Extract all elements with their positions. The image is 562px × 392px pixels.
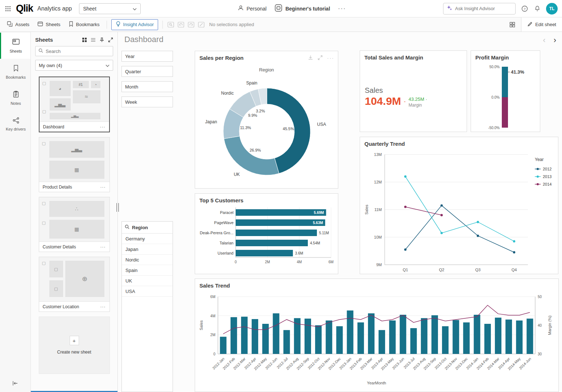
edit-sheet-label: Edit sheet [535,22,556,27]
filter-week[interactable]: Week [121,96,173,107]
step-back-icon[interactable] [176,20,186,30]
more-menu-button[interactable]: ··· [338,5,346,12]
search-icon [38,48,43,54]
sheet-thumbnail: ▢ ▢ ◕ #1 ◔ ≈ ▂▅▃ ▂▅▃ [40,77,109,121]
notifications-bell-icon[interactable] [534,5,541,12]
insight-advisor-input[interactable] [455,6,519,11]
filter-month[interactable]: Month [121,81,173,92]
sheet-tile-customer-details[interactable]: ▢ ▢ ∴ ▦ Customer Details ··· [39,197,110,252]
sheet-icon [37,21,43,28]
sheets-search-input[interactable] [46,49,110,54]
panel-resize-handle[interactable] [116,203,119,212]
personal-menu[interactable]: Personal [238,5,266,12]
pin-icon[interactable] [99,37,104,42]
line-chart[interactable]: 9M10M11M12M13MQ1Q2Q3Q4SalesYear201220132… [360,137,559,275]
insight-advisor-button[interactable]: Insight Advisor [111,19,158,30]
chart-profit-margin[interactable]: Profit Margin 50.0%0.0%-50.0%41.3% [471,50,540,132]
sheet-toolbar: Assets Sheets Bookmarks Insight Advisor … [0,17,562,32]
map-globe-icon: ⊕ [65,261,104,297]
svg-text:Sales: Sales [199,320,203,330]
create-new-sheet-button[interactable]: + Create new sheet [39,317,110,374]
sheet-thumbnail: ▢ ▢ ▢ ⊕ [39,257,109,301]
svg-text:Q2: Q2 [439,268,445,272]
chart-sales-per-region[interactable]: Sales per Region ··· Region 45.5%USA26.9… [195,51,338,189]
app-launcher-icon[interactable] [4,5,12,12]
region-item-spain[interactable]: Spain [122,265,173,276]
next-sheet-icon[interactable]: › [554,36,556,45]
search-icon[interactable] [125,224,129,230]
grid-view-icon[interactable] [82,37,87,42]
gauge-icon: ◔ [91,81,100,88]
combo-chart[interactable]: 02M4M6M3040502012-Jan2012-Feb2012-Mar201… [195,279,559,392]
rail-item-bookmarks[interactable]: Bookmarks [0,59,30,85]
collapse-panel-icon[interactable] [12,381,18,387]
object-icon: ▢ [42,109,46,114]
filter-year[interactable]: Year [121,51,173,62]
filter-quarter[interactable]: Quarter [121,66,173,77]
download-icon[interactable] [308,55,313,61]
kpi-separator: - [404,99,406,104]
rail-label: Bookmarks [6,75,26,79]
assets-button[interactable]: Assets [3,19,33,30]
sheet-selector[interactable]: Sheet [79,3,141,14]
svg-text:-50.0%: -50.0% [488,126,500,130]
divider [162,21,163,29]
region-item-japan[interactable]: Japan [122,244,173,255]
chart-options-icon[interactable]: ··· [327,55,334,61]
sheet-tile-product-details[interactable]: ▢ ▂▅▃ ▦ Product Details ··· [39,137,110,192]
qlik-logo[interactable]: Qlik [16,3,33,14]
svg-text:Spain: Spain [246,81,257,86]
chart-top-customers[interactable]: Top 5 Customers 02M4M6MParacel5.69MPageW… [195,193,338,274]
bookmarks-label: Bookmarks [76,22,100,27]
bar-chart-icon: ▂▅▃ [49,141,104,158]
sheets-search[interactable] [35,46,113,56]
sheets-button[interactable]: Sheets [33,19,64,30]
chart-quarterly-trend[interactable]: Quarterly Trend 9M10M11M12M13MQ1Q2Q3Q4Sa… [360,137,558,274]
region-item-germany[interactable]: Germany [122,234,173,244]
expand-panel-icon[interactable] [108,37,113,42]
sheet-options-icon[interactable]: ··· [100,244,106,249]
assets-icon [7,21,13,28]
sheet-tile-dashboard[interactable]: ▢ ▢ ◕ #1 ◔ ≈ ▂▅▃ ▂▅▃ Dashboard ··· [39,77,110,132]
chevron-down-icon [133,6,137,12]
region-item-uk[interactable]: UK [122,276,173,286]
avatar[interactable]: TL [546,3,558,15]
svg-text:9M: 9M [376,263,382,267]
rail-item-notes[interactable]: Notes [0,85,30,111]
divider [107,21,107,29]
help-icon[interactable]: ? [521,5,529,13]
clear-selections-icon[interactable] [196,20,206,30]
edit-sheet-button[interactable]: Edit sheet [521,17,562,32]
svg-text:2012: 2012 [543,167,551,171]
chart-total-sales-margin[interactable]: Total Sales and Margin Sales 104.9M - 43… [360,50,467,132]
region-item-usa[interactable]: USA [122,286,173,297]
step-forward-icon[interactable] [186,20,196,30]
sheet-options-icon[interactable]: ··· [100,304,106,309]
dimension-label: Region [195,67,338,73]
rail-item-key-drivers[interactable]: Key drivers [0,111,30,137]
svg-text:Margin (%): Margin (%) [547,315,552,335]
app-breadcrumb[interactable]: Beginner's tutorial [274,4,330,13]
grid-layout-icon[interactable] [507,20,517,30]
search-selections-icon[interactable] [166,20,176,30]
person-icon [238,5,244,12]
sheet-tile-customer-location[interactable]: ▢ ▢ ▢ ⊕ Customer Location ··· [39,257,110,312]
rail-item-sheets[interactable]: Sheets [0,33,30,59]
collection-filter-select[interactable]: My own (4) [35,60,113,71]
insight-advisor-searchbox[interactable] [443,3,516,15]
previous-sheet-icon[interactable]: ‹ [543,36,545,45]
fullscreen-icon[interactable] [318,55,323,61]
gauge-chart[interactable]: 50.0%0.0%-50.0%41.3% [471,51,541,132]
collection-filter-value: My own (4) [39,63,62,68]
sheet-options-icon[interactable]: ··· [100,124,106,129]
region-item-nordic[interactable]: Nordic [122,255,173,265]
svg-text:Q4: Q4 [512,268,517,272]
svg-text:4.54M: 4.54M [310,241,320,245]
bookmarks-button[interactable]: Bookmarks [65,19,104,30]
bar-chart[interactable]: 02M4M6MParacel5.69MPageWave5.63MDeak-Per… [195,194,339,275]
list-view-icon[interactable] [91,38,96,42]
svg-text:12M: 12M [374,180,382,184]
chart-sales-trend[interactable]: Sales Trend 02M4M6M3040502012-Jan2012-Fe… [195,278,559,392]
sheet-options-icon[interactable]: ··· [100,185,106,190]
app-name: Beginner's tutorial [285,6,330,12]
